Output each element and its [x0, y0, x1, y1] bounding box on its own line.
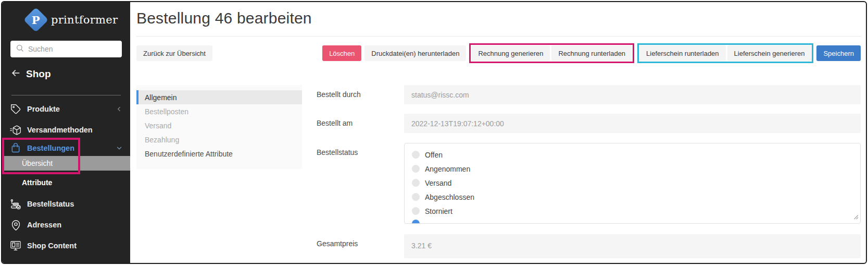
- radio-icon[interactable]: [412, 165, 420, 173]
- chevron-down-icon: [116, 144, 123, 152]
- status-option-versand[interactable]: Versand: [412, 176, 860, 190]
- download-invoice-button[interactable]: Rechnung runterladen: [551, 45, 632, 61]
- radio-icon[interactable]: [412, 193, 420, 201]
- printformer-logo-icon: P: [23, 7, 48, 32]
- workflow-icon: [9, 198, 22, 210]
- sidebar-item-shop-content[interactable]: Shop Content: [2, 235, 130, 256]
- download-delivery-note-button[interactable]: Lieferschein runterladen: [639, 45, 725, 61]
- back-to-shop-label: Shop: [26, 68, 51, 80]
- sidebar-item-produkte[interactable]: Produkte: [2, 99, 130, 119]
- shipping-box-icon: [9, 124, 22, 136]
- search-input[interactable]: [28, 45, 122, 53]
- toolbar: Zurück zur Übersicht Löschen Druckdatei(…: [136, 43, 861, 63]
- invoice-buttons-highlight: Rechnung generieren Rechnung runterladen: [469, 43, 634, 63]
- map-pin-icon: [9, 220, 22, 231]
- resize-handle-icon[interactable]: [853, 212, 859, 222]
- status-option-label: Abgeschlossen: [425, 193, 474, 201]
- status-option-label: Storniert: [425, 207, 452, 215]
- ordered-by-row: Bestellt durch status@rissc.com: [317, 85, 861, 104]
- form-fields: Bestellt durch status@rissc.com Bestellt…: [317, 85, 861, 258]
- ordered-at-field: 2022-12-13T19:07:12+00:00: [404, 114, 861, 133]
- order-status-listbox[interactable]: Offen Angenommen Versand Abgeschlos: [404, 143, 861, 224]
- brand-logo[interactable]: P printformer: [2, 2, 130, 31]
- radio-selected-partial-icon[interactable]: [412, 220, 420, 224]
- save-button[interactable]: Speichern: [816, 45, 861, 61]
- back-to-shop[interactable]: Shop: [2, 67, 130, 81]
- order-status-label: Bestellstatus: [317, 143, 404, 224]
- status-option-abgeschlossen[interactable]: Abgeschlossen: [412, 190, 860, 204]
- sidebar-item-label: Übersicht: [22, 159, 53, 167]
- form-content: Allgemein Bestellposten Versand Bezahlun…: [136, 85, 861, 258]
- sidebar-divider: [11, 95, 121, 95]
- arrow-left-icon: [10, 68, 21, 80]
- sidebar-search[interactable]: [10, 41, 122, 57]
- ordered-at-label: Bestellt am: [317, 114, 404, 133]
- page-title: Bestellung 46 bearbeiten: [136, 9, 861, 27]
- shopping-bag-icon: [9, 143, 22, 153]
- status-option-storniert[interactable]: Storniert: [412, 204, 860, 218]
- sidebar-item-attribute[interactable]: Attribute: [2, 175, 130, 190]
- sidebar-item-versandmethoden[interactable]: Versandmethoden: [2, 119, 130, 140]
- download-print-files-button[interactable]: Druckdatei(en) herunterladen: [364, 45, 466, 61]
- status-option-label: Versand: [425, 179, 451, 187]
- sidebar-item-label: Produkte: [27, 105, 60, 113]
- status-option-angenommen[interactable]: Angenommen: [412, 162, 860, 176]
- ordered-by-label: Bestellt durch: [317, 85, 404, 104]
- generate-invoice-button[interactable]: Rechnung generieren: [471, 45, 550, 61]
- radio-icon[interactable]: [412, 207, 420, 215]
- delivery-note-buttons-highlight: Lieferschein runterladen Lieferschein ge…: [637, 43, 813, 63]
- title-divider: [136, 36, 861, 37]
- sidebar: P printformer Shop Produkte: [2, 2, 130, 263]
- total-price-field: 3.21 €: [404, 234, 861, 258]
- brand-name: printformer: [51, 14, 118, 26]
- status-option-label: Offen: [425, 151, 443, 159]
- sidebar-item-uebersicht[interactable]: Übersicht: [2, 156, 130, 171]
- app-window: P printformer Shop Produkte: [1, 1, 867, 264]
- search-icon: [16, 44, 24, 54]
- sidebar-item-label: Attribute: [22, 178, 52, 187]
- generate-delivery-note-button[interactable]: Lieferschein generieren: [727, 45, 812, 61]
- sidebar-item-label: Versandmethoden: [27, 126, 93, 134]
- tab-versand[interactable]: Versand: [136, 118, 302, 132]
- radio-icon[interactable]: [412, 151, 420, 159]
- tab-allgemein[interactable]: Allgemein: [136, 90, 302, 104]
- sidebar-item-label: Bestellungen: [27, 144, 74, 152]
- main-content: Bestellung 46 bearbeiten Zurück zur Über…: [130, 2, 866, 263]
- tab-bezahlung[interactable]: Bezahlung: [136, 132, 302, 147]
- sidebar-item-bestellungen[interactable]: Bestellungen: [2, 140, 130, 156]
- status-option-label: Angenommen: [425, 165, 470, 173]
- sidebar-item-label: Bestellstatus: [27, 200, 74, 208]
- tab-bestellposten[interactable]: Bestellposten: [136, 104, 302, 118]
- section-tabs: Allgemein Bestellposten Versand Bezahlun…: [136, 85, 302, 169]
- ordered-at-row: Bestellt am 2022-12-13T19:07:12+00:00: [317, 114, 861, 133]
- delete-button[interactable]: Löschen: [322, 45, 361, 61]
- tag-icon: [9, 104, 22, 115]
- sidebar-item-label: Adressen: [27, 221, 61, 229]
- tab-benutzerdefinierte-attribute[interactable]: Benutzerdefinierte Attribute: [136, 147, 302, 161]
- total-price-label: Gesamtpreis: [317, 234, 404, 258]
- sidebar-item-bestellstatus[interactable]: Bestellstatus: [2, 194, 130, 214]
- sidebar-item-label: Shop Content: [27, 242, 77, 250]
- ordered-by-field: status@rissc.com: [404, 85, 861, 104]
- back-to-overview-button[interactable]: Zurück zur Übersicht: [136, 45, 212, 61]
- status-option-offen[interactable]: Offen: [412, 148, 860, 162]
- sidebar-item-adressen[interactable]: Adressen: [2, 214, 130, 235]
- order-status-row: Bestellstatus Offen Angenommen Versan: [317, 143, 861, 224]
- chevron-left-icon: [116, 105, 123, 113]
- total-price-row: Gesamtpreis 3.21 €: [317, 234, 861, 258]
- shop-content-icon: [9, 240, 22, 251]
- radio-icon[interactable]: [412, 179, 420, 187]
